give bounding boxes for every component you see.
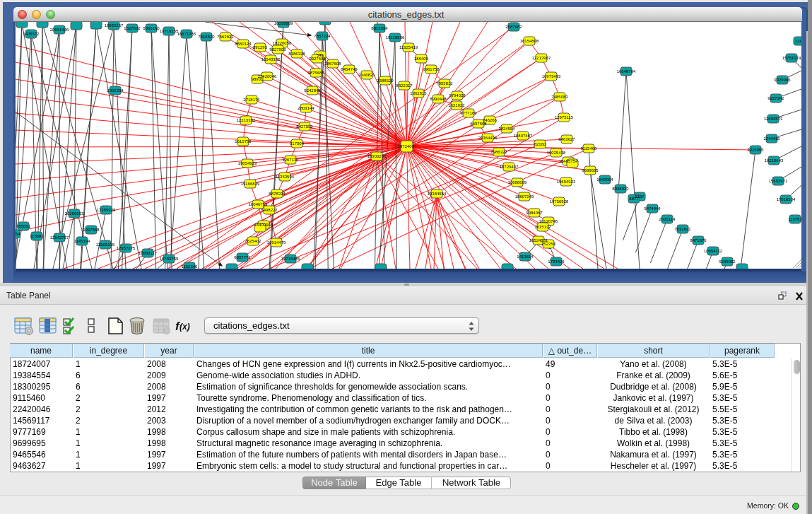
svg-text:8822017: 8822017 [396,83,413,88]
svg-text:10046755: 10046755 [249,202,268,206]
svg-text:17016504: 17016504 [777,197,796,201]
svg-text:8454749: 8454749 [341,67,358,71]
svg-text:3267130: 3267130 [282,158,299,162]
svg-text:9115460: 9115460 [581,146,598,151]
svg-text:19166829: 19166829 [241,182,260,186]
svg-text:62160: 62160 [534,142,546,146]
svg-text:7857224: 7857224 [314,34,331,38]
svg-text:9242848: 9242848 [304,88,321,93]
svg-text:16409948: 16409948 [254,223,273,227]
svg-text:1362615: 1362615 [410,91,427,95]
svg-text:1733426: 1733426 [548,259,565,264]
svg-text:11353594: 11353594 [276,175,295,179]
svg-text:2718176: 2718176 [243,98,260,102]
svg-text:1640954: 1640954 [596,177,613,182]
svg-text:10120746: 10120746 [539,219,558,223]
svg-text:2588520: 2588520 [377,78,394,83]
svg-text:98901: 98901 [252,77,264,81]
svg-text:19384554: 19384554 [428,192,447,196]
svg-text:16210643: 16210643 [765,158,784,163]
svg-text:9827508: 9827508 [269,47,286,52]
svg-text:10973493: 10973493 [542,74,561,78]
svg-text:7625402: 7625402 [245,239,261,243]
svg-text:7986322: 7986322 [490,150,507,154]
svg-text:12213967: 12213967 [532,56,551,60]
svg-text:16782759: 16782759 [160,257,179,261]
svg-text:6966160: 6966160 [143,26,160,30]
svg-text:10958117: 10958117 [139,251,158,255]
svg-text:10654112: 10654112 [704,249,723,253]
svg-text:317004: 317004 [290,141,305,146]
svg-text:7955812: 7955812 [436,81,453,86]
svg-text:1527602: 1527602 [124,26,141,30]
svg-text:8938923: 8938923 [612,187,629,191]
svg-text:11325419: 11325419 [399,45,418,49]
svg-text:18724007: 18724007 [398,144,417,148]
svg-text:186409: 186409 [414,57,429,61]
svg-text:1112: 1112 [795,39,801,43]
svg-text:16914479: 16914479 [267,240,286,245]
svg-text:7632621: 7632621 [674,227,691,231]
svg-text:7485083: 7485083 [551,95,568,99]
svg-text:3824554: 3824554 [498,127,515,131]
svg-text:8990448: 8990448 [430,97,447,101]
svg-text:17957275: 17957275 [117,246,136,250]
svg-text:19756928: 19756928 [550,199,569,204]
svg-text:10807487: 10807487 [514,134,533,138]
svg-text:8878334: 8878334 [269,192,286,196]
svg-text:19218506: 19218506 [386,35,405,40]
svg-text:1405572: 1405572 [23,32,40,36]
svg-text:10653267: 10653267 [105,23,124,28]
svg-text:8186328: 8186328 [288,52,305,56]
svg-text:9777169: 9777169 [460,111,477,115]
svg-text:5498222: 5498222 [261,208,278,212]
svg-text:9794028: 9794028 [449,93,466,98]
svg-text:1145194: 1145194 [74,239,91,243]
svg-text:8813054: 8813054 [371,26,388,30]
svg-text:9227342: 9227342 [767,96,784,100]
svg-text:12975115: 12975115 [555,115,574,119]
svg-text:891295: 891295 [253,45,268,49]
svg-text:7663822: 7663822 [217,35,234,39]
svg-text:16648784: 16648784 [617,69,636,74]
svg-text:18495754: 18495754 [559,159,578,163]
svg-text:9327508: 9327508 [309,57,326,61]
svg-text:3215955: 3215955 [747,148,764,152]
svg-text:10688609: 10688609 [508,180,527,185]
svg-text:18226058: 18226058 [273,41,292,45]
svg-text:8660124: 8660124 [235,42,252,46]
svg-text:15720407: 15720407 [500,165,519,169]
svg-text:1244415: 1244415 [763,136,780,141]
svg-text:9245652: 9245652 [719,259,736,264]
svg-text:10025438: 10025438 [547,151,566,155]
svg-text:9397568: 9397568 [83,228,100,232]
svg-text:9474444: 9474444 [644,206,661,211]
svg-text:785061: 785061 [16,224,31,228]
svg-text:12093573: 12093573 [764,117,783,121]
svg-text:39154: 39154 [16,232,20,236]
svg-text:1610755: 1610755 [235,139,252,144]
svg-text:15751074: 15751074 [782,56,801,60]
svg-text:19654923: 19654923 [238,161,257,165]
svg-text:16033809: 16033809 [274,22,293,25]
svg-text:8427552: 8427552 [296,124,313,129]
svg-text:12505135: 12505135 [96,243,115,247]
svg-text:9699695: 9699695 [582,168,599,173]
svg-text:115682: 115682 [30,234,44,238]
svg-text:9146821: 9146821 [358,73,375,77]
svg-text:8471676: 8471676 [690,238,707,243]
svg-text:19716485: 19716485 [281,257,300,261]
svg-text:9084067: 9084067 [526,211,543,215]
svg-text:10719155: 10719155 [160,29,179,33]
svg-text:9329966: 9329966 [774,78,791,82]
svg-text:1413614: 1413614 [517,255,534,259]
svg-text:2935114: 2935114 [659,217,676,221]
svg-text:252254: 252254 [541,242,556,246]
svg-text:9463627: 9463627 [558,137,575,141]
svg-text:20364436: 20364436 [478,136,498,140]
svg-text:2803144: 2803144 [298,106,314,110]
svg-text:12213382: 12213382 [237,118,256,122]
svg-text:2087682: 2087682 [505,25,522,29]
svg-text:1615132: 1615132 [534,225,551,229]
svg-text:17359928: 17359928 [97,208,116,212]
